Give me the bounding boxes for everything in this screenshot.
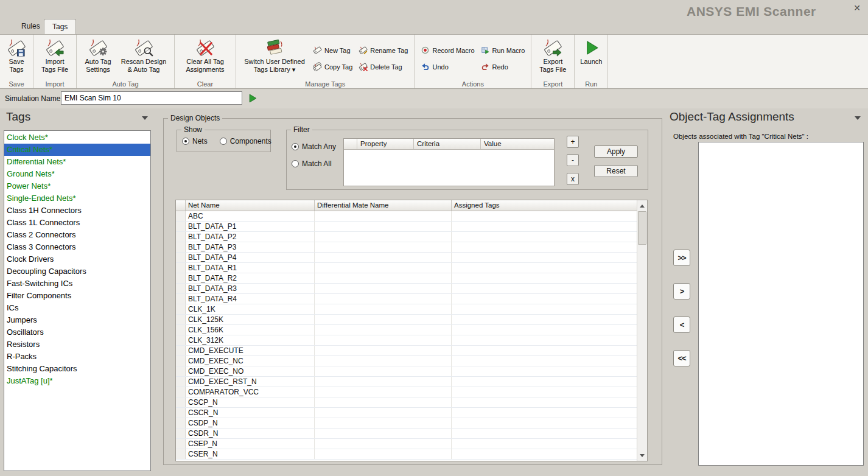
design-objects-table-body[interactable]: ABC BLT_DATA_P1 BLT_DATA_P2 [176, 211, 637, 461]
table-row[interactable]: ABC [176, 211, 637, 222]
table-row[interactable]: CLK_125K [176, 315, 637, 325]
tag-list-item[interactable]: Critical Nets* [4, 144, 150, 156]
launch-button[interactable]: Launch [578, 37, 604, 80]
table-row[interactable]: BLT_DATA_R1 [176, 263, 637, 273]
transfer-all-left-button[interactable]: << [673, 350, 690, 366]
run-simulation-icon[interactable] [248, 94, 257, 103]
tags-list[interactable]: Clock Nets* Critical Nets* Differential … [4, 130, 151, 471]
tag-list-item[interactable]: Differential Nets* [4, 156, 150, 168]
transfer-left-button[interactable]: < [673, 317, 690, 333]
delete-tag-button[interactable]: Delete Tag [359, 62, 408, 71]
simulation-name-input[interactable] [61, 91, 242, 105]
filter-radio-option[interactable]: Match Any [292, 142, 336, 151]
tag-list-item[interactable]: Class 1H Connectors [4, 205, 150, 217]
table-row[interactable]: CMD_EXEC_NO [176, 366, 637, 377]
table-row[interactable]: BLT_DATA_P4 [176, 253, 637, 263]
criteria-col-property[interactable]: Property [357, 139, 414, 149]
table-row[interactable]: CSEP_N [176, 439, 637, 449]
table-row[interactable]: CLK_312K [176, 335, 637, 346]
filter-radio-option[interactable]: Match All [292, 159, 336, 168]
table-row[interactable]: COMPARATOR_VCC [176, 387, 637, 397]
new-tag-button[interactable]: New Tag [313, 46, 352, 55]
table-row[interactable]: BLT_DATA_P3 [176, 242, 637, 253]
table-row[interactable]: CSER_N [176, 449, 637, 460]
filter-clear-button[interactable]: x [567, 173, 579, 185]
filter-add-button[interactable]: + [567, 136, 579, 148]
scroll-down-icon[interactable] [637, 450, 647, 460]
tag-list-item[interactable]: Clock Drivers [4, 253, 150, 265]
filter-criteria-table[interactable]: Property Criteria Value [343, 138, 555, 186]
switch-tags-library-button[interactable]: Switch User Defined Tags Library ▾ [239, 37, 310, 80]
import-tags-file-button[interactable]: Import Tags File [37, 37, 73, 80]
differential-mate-cell [315, 387, 452, 397]
show-radio-option[interactable]: Nets [182, 137, 208, 145]
rename-tag-button[interactable]: Rename Tag [359, 46, 408, 55]
rescan-auto-tag-button[interactable]: Rescan Design & Auto Tag [116, 37, 171, 80]
table-row[interactable]: CMD_EXEC_NC [176, 356, 637, 366]
tag-list-item[interactable]: Clock Nets* [4, 131, 150, 144]
auto-tag-settings-button[interactable]: Auto Tag Settings [80, 37, 116, 80]
table-row[interactable]: CSCR_N [176, 408, 637, 418]
tag-list-item[interactable]: Class 1L Connectors [4, 217, 150, 229]
table-row[interactable]: BLT_DATA_P2 [176, 232, 637, 242]
save-tags-button[interactable]: Save Tags [3, 37, 30, 80]
table-row[interactable]: CLK_156K [176, 325, 637, 335]
table-row[interactable]: BLT_DATA_R4 [176, 294, 637, 304]
assignments-collapse-chevron-down-icon[interactable] [855, 116, 861, 120]
table-row[interactable]: BLT_DATA_P1 [176, 222, 637, 232]
tab-rules[interactable]: Rules [13, 19, 48, 34]
col-header-net-name[interactable]: Net Name [186, 200, 315, 211]
transfer-right-button[interactable]: > [673, 283, 690, 299]
tab-tags[interactable]: Tags [44, 19, 76, 34]
scrollbar-thumb[interactable] [638, 211, 646, 245]
tag-list-item[interactable]: Resistors [4, 338, 150, 351]
app-window: ANSYS EMI Scanner ✕ Rules Tags Save Tags [0, 0, 868, 476]
auto-tag-settings-label: Auto Tag Settings [82, 58, 114, 73]
tag-list-item[interactable]: Decoupling Capacitors [4, 265, 150, 278]
tag-list-item[interactable]: Stitching Capacitors [4, 363, 150, 375]
table-row[interactable]: BLT_DATA_R3 [176, 284, 637, 294]
export-tags-file-button[interactable]: Export Tags File [534, 37, 571, 80]
table-scrollbar[interactable] [637, 200, 647, 461]
tag-list-item[interactable]: Oscillators [4, 326, 150, 338]
tag-list-item[interactable]: ICs [4, 302, 150, 314]
tag-list-item[interactable]: Filter Components [4, 290, 150, 302]
table-row[interactable]: CLK_1K [176, 304, 637, 315]
close-icon[interactable]: ✕ [853, 3, 861, 13]
tag-list-item[interactable]: Class 2 Connectors [4, 229, 150, 241]
criteria-col-criteria[interactable]: Criteria [414, 139, 481, 149]
filter-apply-button[interactable]: Apply [594, 145, 638, 158]
tag-list-item[interactable]: JustATag [u]* [4, 375, 150, 387]
tag-list-item[interactable]: R-Packs [4, 351, 150, 363]
run-macro-button[interactable]: Run Macro [481, 46, 525, 55]
tag-list-item[interactable]: Ground Nets* [4, 168, 150, 180]
table-row[interactable]: CSDR_N [176, 429, 637, 439]
tag-list-item[interactable]: Power Nets* [4, 180, 150, 192]
assignments-list[interactable] [698, 142, 864, 466]
col-header-assigned-tags[interactable]: Assigned Tags [452, 200, 647, 211]
copy-tag-button[interactable]: Copy Tag [313, 62, 352, 71]
clear-all-tag-assignments-button[interactable]: Clear All Tag Assignments [178, 37, 233, 80]
tag-list-item[interactable]: Jumpers [4, 314, 150, 326]
tags-collapse-chevron-down-icon[interactable] [142, 116, 148, 120]
tag-list-item[interactable]: Single-Ended Nets* [4, 192, 150, 205]
table-row[interactable]: CMD_EXECUTE [176, 346, 637, 356]
record-macro-button[interactable]: Record Macro [421, 46, 474, 55]
run-macro-label: Run Macro [492, 47, 525, 54]
undo-button[interactable]: Undo [421, 62, 474, 71]
show-radio-option[interactable]: Components [220, 137, 271, 145]
criteria-col-value[interactable]: Value [481, 139, 554, 149]
scroll-up-icon[interactable] [637, 201, 647, 211]
transfer-all-right-button[interactable]: >> [673, 250, 690, 266]
row-gutter [176, 346, 186, 355]
table-row[interactable]: CSCP_N [176, 397, 637, 408]
col-header-differential-mate[interactable]: Differential Mate Name [315, 200, 452, 211]
redo-button[interactable]: Redo [481, 62, 525, 71]
filter-remove-button[interactable]: - [567, 154, 579, 166]
tag-list-item[interactable]: Class 3 Connectors [4, 241, 150, 253]
tag-list-item[interactable]: Fast-Switching ICs [4, 278, 150, 290]
table-row[interactable]: BLT_DATA_R2 [176, 273, 637, 284]
filter-reset-button[interactable]: Reset [594, 165, 638, 177]
table-row[interactable]: CMD_EXEC_RST_N [176, 377, 637, 387]
table-row[interactable]: CSDP_N [176, 418, 637, 429]
